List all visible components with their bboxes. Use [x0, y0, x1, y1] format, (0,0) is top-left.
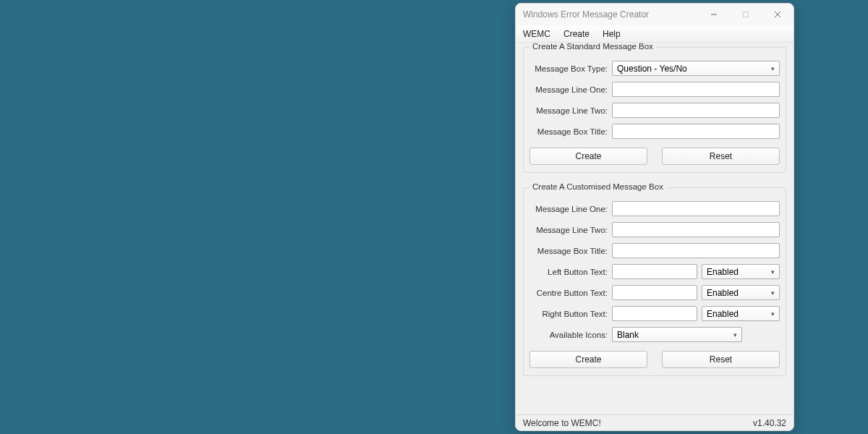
std-line2-input[interactable]: [612, 103, 780, 118]
titlebar[interactable]: Windows Error Message Creator: [516, 4, 793, 25]
std-line2-label: Message Line Two:: [529, 106, 608, 115]
icons-label: Available Icons:: [529, 331, 608, 339]
std-title-input[interactable]: [612, 124, 780, 139]
available-icons-select[interactable]: Blank ▾: [612, 327, 742, 342]
standard-groupbox: Create A Standard Message Box Message Bo…: [523, 47, 786, 173]
menu-wemc[interactable]: WEMC: [523, 29, 550, 39]
cust-title-label: Message Box Title:: [529, 247, 608, 255]
menubar: WEMC Create Help: [516, 25, 793, 43]
maximize-button: [730, 4, 762, 25]
std-line1-label: Message Line One:: [529, 85, 608, 94]
standard-legend: Create A Standard Message Box: [529, 43, 656, 51]
cust-reset-button[interactable]: Reset: [662, 351, 780, 368]
custom-legend: Create A Customised Message Box: [529, 182, 666, 191]
centre-button-state-value: Enabled: [707, 288, 739, 298]
right-button-text-input[interactable]: [612, 306, 697, 321]
content-area: Create A Standard Message Box Message Bo…: [516, 43, 793, 414]
chevron-down-icon: ▾: [771, 268, 775, 276]
cust-create-button[interactable]: Create: [529, 351, 647, 368]
centre-button-label: Centre Button Text:: [529, 289, 608, 297]
cust-line2-label: Message Line Two:: [529, 226, 608, 234]
chevron-down-icon: ▾: [771, 289, 775, 297]
menu-help[interactable]: Help: [603, 29, 621, 39]
available-icons-value: Blank: [617, 330, 639, 340]
left-button-state-value: Enabled: [707, 267, 739, 277]
close-button[interactable]: [762, 4, 793, 25]
cust-line2-input[interactable]: [612, 222, 780, 237]
std-line1-input[interactable]: [612, 82, 780, 97]
right-button-state-value: Enabled: [707, 309, 739, 319]
left-button-label: Left Button Text:: [529, 268, 608, 276]
status-welcome: Welcome to WEMC!: [523, 418, 753, 428]
menu-create[interactable]: Create: [563, 29, 590, 39]
left-button-state-select[interactable]: Enabled ▾: [702, 264, 780, 279]
chevron-down-icon: ▾: [771, 65, 775, 72]
message-box-type-select[interactable]: Question - Yes/No ▾: [612, 61, 780, 76]
status-version: v1.40.32: [753, 418, 786, 428]
chevron-down-icon: ▾: [771, 310, 775, 318]
std-title-label: Message Box Title:: [529, 127, 608, 136]
cust-line1-label: Message Line One:: [529, 205, 608, 213]
window-title: Windows Error Message Creator: [523, 9, 698, 20]
centre-button-text-input[interactable]: [612, 285, 697, 300]
chevron-down-icon: ▾: [733, 331, 737, 339]
left-button-text-input[interactable]: [612, 264, 697, 279]
std-create-button[interactable]: Create: [529, 148, 647, 165]
cust-line1-input[interactable]: [612, 201, 780, 216]
type-label: Message Box Type:: [529, 64, 608, 73]
svg-rect-1: [744, 12, 749, 17]
minimize-button[interactable]: [698, 4, 730, 25]
custom-groupbox: Create A Customised Message Box Message …: [523, 187, 786, 376]
cust-title-input[interactable]: [612, 243, 780, 258]
message-box-type-value: Question - Yes/No: [617, 64, 687, 74]
application-window: Windows Error Message Creator WEMC Creat…: [515, 3, 794, 431]
statusbar: Welcome to WEMC! v1.40.32: [516, 414, 793, 430]
centre-button-state-select[interactable]: Enabled ▾: [702, 285, 780, 300]
std-reset-button[interactable]: Reset: [662, 148, 780, 165]
right-button-label: Right Button Text:: [529, 310, 608, 318]
right-button-state-select[interactable]: Enabled ▾: [702, 306, 780, 321]
window-controls: [698, 4, 793, 25]
